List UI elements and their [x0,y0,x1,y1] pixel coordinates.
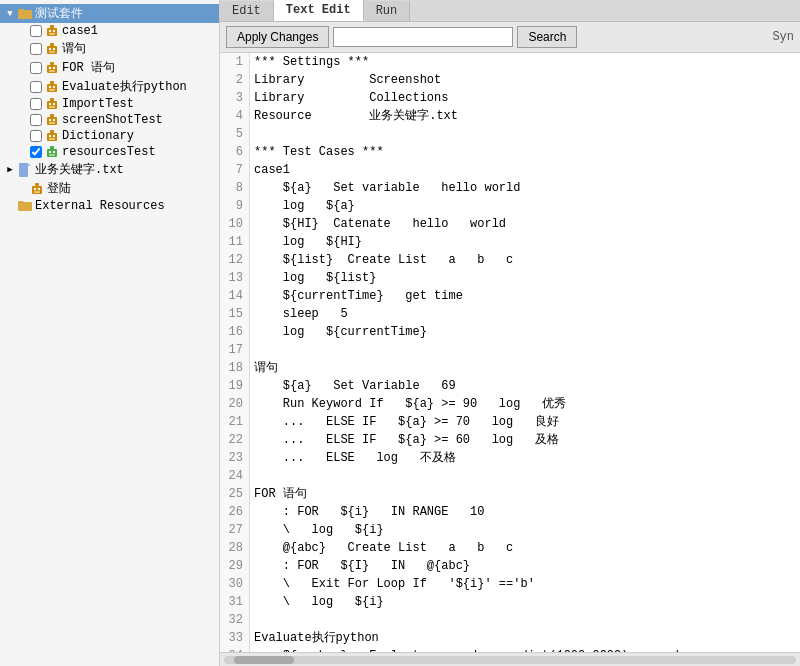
line-content[interactable]: ... ELSE IF ${a} >= 70 log 良好 [250,413,800,431]
tab-text-edit[interactable]: Text Edit [274,0,364,21]
line-content[interactable]: log ${currentTime} [250,323,800,341]
checkbox-case1[interactable] [30,25,42,37]
line-number: 30 [220,575,250,593]
line-content[interactable]: case1 [250,161,800,179]
checkbox-Evaluate执行python[interactable] [30,81,42,93]
line-content[interactable]: log ${a} [250,197,800,215]
line-content[interactable]: ... ELSE IF ${a} >= 60 log 及格 [250,431,800,449]
search-input[interactable] [333,27,513,47]
svg-point-7 [49,47,51,49]
svg-rect-42 [32,186,42,194]
checkbox-FOR语句[interactable] [30,62,42,74]
line-content[interactable]: log ${list} [250,269,800,287]
checkbox-resourcesTest[interactable] [30,146,42,158]
sidebar-item-谓句[interactable]: 谓句 [0,39,219,58]
sidebar-item-label: ImportTest [62,97,134,111]
tab-run[interactable]: Run [364,1,411,21]
line-content[interactable]: ${a} Set Variable 69 [250,377,800,395]
svg-point-22 [49,103,51,105]
sidebar-item-External Resources[interactable]: External Resources [0,198,219,214]
line-number: 10 [220,215,250,233]
sidebar-item-ImportTest[interactable]: ImportTest [0,96,219,112]
line-content[interactable]: ${a} Set variable hello world [250,179,800,197]
line-number: 29 [220,557,250,575]
robot-icon [45,42,59,56]
line-content[interactable] [250,341,800,359]
sidebar-item-FOR语句[interactable]: FOR 语句 [0,58,219,77]
line-content[interactable]: : FOR ${I} IN @{abc} [250,557,800,575]
line-content[interactable] [250,611,800,629]
line-content[interactable]: : FOR ${i} IN RANGE 10 [250,503,800,521]
line-content[interactable]: Resource 业务关键字.txt [250,107,800,125]
checkbox-screenShotTest[interactable] [30,114,42,126]
sidebar-item-测试套件[interactable]: ▼测试套件 [0,4,219,23]
horizontal-scrollbar[interactable] [220,652,800,666]
svg-rect-24 [49,107,55,108]
search-button[interactable]: Search [517,26,577,48]
line-number: 8 [220,179,250,197]
sidebar-item-label: 测试套件 [35,5,83,22]
line-content[interactable]: Library Collections [250,89,800,107]
line-content[interactable]: ${HI} Catenate hello world [250,215,800,233]
sidebar-item-case1[interactable]: case1 [0,23,219,39]
svg-rect-21 [50,98,54,101]
sidebar-item-screenShotTest[interactable]: screenShotTest [0,112,219,128]
line-number: 14 [220,287,250,305]
line-number: 33 [220,629,250,647]
sidebar-item-登陆[interactable]: 登陆 [0,179,219,198]
tab-edit[interactable]: Edit [220,1,274,21]
sidebar-item-Dictionary[interactable]: Dictionary [0,128,219,144]
line-number: 18 [220,359,250,377]
checkbox-Dictionary[interactable] [30,130,42,142]
line-number: 16 [220,323,250,341]
table-row: 14 ${currentTime} get time [220,287,800,305]
svg-rect-15 [47,84,57,92]
toggle-icon[interactable]: ▶ [4,164,16,176]
line-content[interactable]: Run Keyword If ${a} >= 90 log 优秀 [250,395,800,413]
line-content[interactable] [250,125,800,143]
line-content[interactable]: \ Exit For Loop If '${i}' =='b' [250,575,800,593]
line-content[interactable]: ... ELSE log 不及格 [250,449,800,467]
line-content[interactable]: @{abc} Create List a b c [250,539,800,557]
table-row: 28 @{abc} Create List a b c [220,539,800,557]
checkbox-谓句[interactable] [30,43,42,55]
line-content[interactable]: ${list} Create List a b c [250,251,800,269]
svg-point-37 [49,151,51,153]
table-row: 11 log ${HI} [220,233,800,251]
line-number: 3 [220,89,250,107]
sidebar: ▼测试套件case1谓句FOR 语句Evaluate执行pythonImport… [0,0,220,666]
checkbox-ImportTest[interactable] [30,98,42,110]
table-row: 10 ${HI} Catenate hello world [220,215,800,233]
svg-rect-9 [49,51,55,52]
line-content[interactable]: \ log ${i} [250,593,800,611]
editor-area: EditText EditRun Apply Changes Search Sy… [220,0,800,666]
line-content[interactable]: ${currentTime} get time [250,287,800,305]
line-content[interactable]: 谓句 [250,359,800,377]
svg-rect-25 [47,117,57,125]
line-content[interactable] [250,467,800,485]
line-number: 9 [220,197,250,215]
table-row: 24 [220,467,800,485]
sidebar-item-resourcesTest[interactable]: resourcesTest [0,144,219,160]
sidebar-item-Evaluate执行python[interactable]: Evaluate执行python [0,77,219,96]
line-content[interactable]: Library Screenshot [250,71,800,89]
svg-rect-19 [49,89,55,90]
line-content[interactable]: Evaluate执行python [250,629,800,647]
line-number: 1 [220,53,250,71]
table-row: 20 Run Keyword If ${a} >= 90 log 优秀 [220,395,800,413]
line-content[interactable]: log ${HI} [250,233,800,251]
svg-rect-26 [50,114,54,117]
apply-changes-button[interactable]: Apply Changes [226,26,329,48]
svg-point-12 [49,66,51,68]
line-number: 26 [220,503,250,521]
sidebar-item-业务关键字.txt[interactable]: ▶业务关键字.txt [0,160,219,179]
line-content[interactable]: *** Settings *** [250,53,800,71]
line-content[interactable]: \ log ${i} [250,521,800,539]
line-content[interactable]: *** Test Cases *** [250,143,800,161]
svg-rect-35 [47,149,57,157]
line-content[interactable]: sleep 5 [250,305,800,323]
code-editor[interactable]: 1*** Settings ***2Library Screenshot3Lib… [220,53,800,652]
scrollbar-thumb[interactable] [234,656,294,664]
line-content[interactable]: FOR 语句 [250,485,800,503]
toggle-icon[interactable]: ▼ [4,8,16,20]
